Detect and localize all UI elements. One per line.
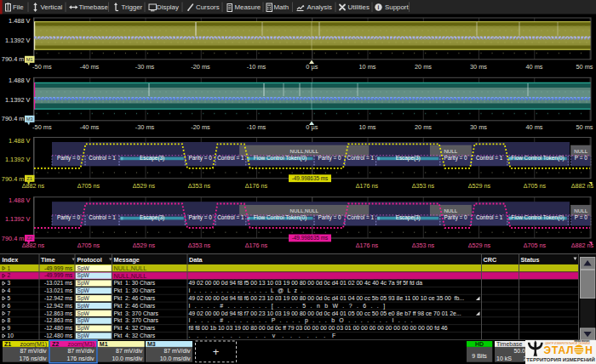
svg-text:30 ms: 30 ms [470, 63, 487, 71]
svg-text:Z2: Z2 [26, 236, 32, 241]
svg-text:Δ353 ns: Δ353 ns [188, 242, 211, 249]
svg-text:SpW: SpW [77, 295, 90, 302]
svg-text:Status: Status [521, 256, 540, 264]
svg-text:NULL,NULL: NULL,NULL [114, 264, 147, 272]
svg-text:Δ882 ns: Δ882 ns [22, 242, 45, 249]
svg-text:790.4 m: 790.4 m [2, 115, 25, 122]
svg-text:I . . . . # . . . . . . . [ .: I . . . . # . . . . . . . [ . . . . 5 . … [189, 303, 386, 310]
svg-text:87 mV/div: 87 mV/div [20, 348, 47, 354]
svg-text:SpW: SpW [77, 325, 90, 332]
svg-text:176 ns/div: 176 ns/div [20, 355, 47, 361]
svg-text:M1: M1 [100, 341, 108, 347]
svg-text:Analysis: Analysis [307, 3, 332, 11]
svg-text:1.488 V: 1.488 V [9, 17, 31, 25]
svg-text:20 ms: 20 ms [415, 63, 432, 71]
svg-text:NULL,NULL: NULL,NULL [290, 148, 319, 154]
svg-text:Control = 1: Control = 1 [217, 155, 244, 161]
svg-text:Escape(3): Escape(3) [140, 155, 164, 162]
svg-text:Data: Data [189, 256, 203, 264]
svg-text:49 02 00 00 0d 94 f8 f6 00 23: 49 02 00 00 0d 94 f8 f6 00 23 10 03 19 0… [189, 295, 465, 301]
svg-text:NULL: NULL [574, 208, 587, 213]
svg-text:-12.942 ms: -12.942 ms [44, 303, 73, 309]
svg-text:1.1392 V: 1.1392 V [5, 96, 31, 104]
svg-text:Vertical: Vertical [41, 3, 63, 11]
svg-text:P = 0: P = 0 [575, 214, 587, 220]
svg-text:Flow Control Token(0): Flow Control Token(0) [254, 214, 307, 221]
svg-text:NULL: NULL [444, 208, 457, 213]
svg-text:M3: M3 [26, 117, 33, 122]
svg-text:-12.480 ms: -12.480 ms [44, 333, 73, 338]
svg-text:SpW: SpW [77, 333, 90, 339]
svg-text:50 ms: 50 ms [576, 123, 593, 131]
svg-text:9 Bits: 9 Bits [472, 353, 487, 359]
svg-text:Pkt 4: 32 Chars: Pkt 4: 32 Chars [114, 325, 156, 331]
svg-text:f8 f8 00 1b 10 03 19 00 80 00: f8 f8 00 1b 10 03 19 00 80 00 0d 0c ff 7… [189, 325, 448, 331]
svg-text:8: 8 [8, 317, 11, 323]
svg-text:Δ176 ns: Δ176 ns [356, 242, 379, 249]
svg-text:Control = 1: Control = 1 [89, 155, 116, 161]
svg-text:i: i [378, 4, 380, 10]
svg-text:-20 ms: -20 ms [191, 63, 210, 71]
svg-text:Pkt 2: 46 Chars: Pkt 2: 46 Chars [114, 295, 156, 301]
svg-text:I . . . . . . . . . . . . . .: I . . . . . . . . . . . . . . L @ L z . [189, 287, 303, 293]
svg-text:Δ705 ns: Δ705 ns [524, 182, 547, 190]
svg-text:1.488 V: 1.488 V [9, 77, 31, 84]
svg-text:Utilities: Utilities [348, 3, 370, 11]
svg-text:Parity = 0: Parity = 0 [318, 155, 341, 162]
svg-text:NULL,NULL: NULL,NULL [290, 208, 319, 213]
svg-text:Timebase: Timebase [496, 341, 523, 347]
svg-text:Flow Control Token(0): Flow Control Token(0) [254, 155, 307, 162]
svg-text:HD: HD [475, 341, 484, 347]
svg-text:-12.480 ms: -12.480 ms [44, 325, 73, 331]
svg-text:Parity = 0: Parity = 0 [189, 155, 213, 162]
svg-text:Support: Support [385, 3, 409, 11]
svg-text:Time: Time [41, 256, 55, 264]
svg-text:Math: Math [274, 3, 289, 11]
svg-text:SpW: SpW [77, 317, 90, 324]
svg-text:M1: M1 [26, 57, 33, 62]
svg-text:Parity = 0: Parity = 0 [189, 214, 213, 221]
svg-text:Δ882 ns: Δ882 ns [22, 182, 45, 190]
svg-text:87 mV/div: 87 mV/div [163, 348, 191, 354]
svg-text:NULL: NULL [444, 148, 457, 154]
svg-text:1.488 V: 1.488 V [9, 196, 31, 204]
svg-text:Cursors: Cursors [196, 3, 220, 11]
svg-text:Escape(3): Escape(3) [140, 214, 164, 221]
svg-text:790.4 m: 790.4 m [2, 55, 25, 63]
svg-text:Δ705 ns: Δ705 ns [524, 242, 547, 249]
svg-text:P = 0: P = 0 [575, 155, 587, 161]
svg-text:Δ705 ns: Δ705 ns [77, 242, 100, 249]
svg-text:10 kS: 10 kS [496, 355, 512, 361]
svg-text:-13.021 ms: -13.021 ms [44, 280, 73, 286]
svg-text:-12.863 ms: -12.863 ms [44, 317, 73, 323]
svg-text:NULL: NULL [574, 148, 587, 154]
svg-text:zoom(M1): zoom(M1) [20, 341, 47, 348]
svg-text:2: 2 [8, 272, 11, 278]
svg-text:SpW: SpW [77, 310, 90, 317]
svg-text:3: 3 [8, 280, 11, 286]
svg-text:zoom(M3): zoom(M3) [67, 341, 95, 348]
svg-text:50.0: 50.0 [513, 348, 525, 354]
svg-text:Z2: Z2 [52, 341, 59, 347]
svg-text:Trigger: Trigger [122, 3, 143, 11]
svg-text:-49.998635 ms: -49.998635 ms [292, 175, 329, 181]
svg-text:Δ176 ns: Δ176 ns [245, 242, 268, 249]
svg-text:7: 7 [8, 310, 11, 316]
svg-text:-49.999 ms: -49.999 ms [44, 272, 73, 278]
svg-text:-13.021 ms: -13.021 ms [44, 287, 73, 293]
svg-text:-50 ms: -50 ms [32, 63, 52, 71]
svg-text:Z1: Z1 [26, 176, 32, 181]
svg-text:Parity = 0: Parity = 0 [444, 155, 468, 162]
svg-text:Pkt 3: 370 Chars: Pkt 3: 370 Chars [114, 310, 159, 316]
svg-text:Parity = 0: Parity = 0 [57, 214, 81, 221]
svg-text:20 ms: 20 ms [415, 123, 432, 131]
svg-text:Index: Index [3, 256, 19, 264]
svg-text:Δ176 ns: Δ176 ns [245, 182, 268, 190]
svg-text:-10 ms: -10 ms [247, 63, 266, 71]
svg-text:ТЕРРИТОРИЯ ИЗМЕРЕНИЙ: ТЕРРИТОРИЯ ИЗМЕРЕНИЙ [526, 356, 595, 362]
svg-text:Δ353 ns: Δ353 ns [412, 242, 435, 249]
svg-text:Display: Display [157, 3, 179, 11]
svg-text:M3: M3 [147, 341, 156, 347]
svg-text:10.0 ms/div: 10.0 ms/div [160, 355, 191, 361]
svg-text:-40 ms: -40 ms [80, 63, 100, 71]
